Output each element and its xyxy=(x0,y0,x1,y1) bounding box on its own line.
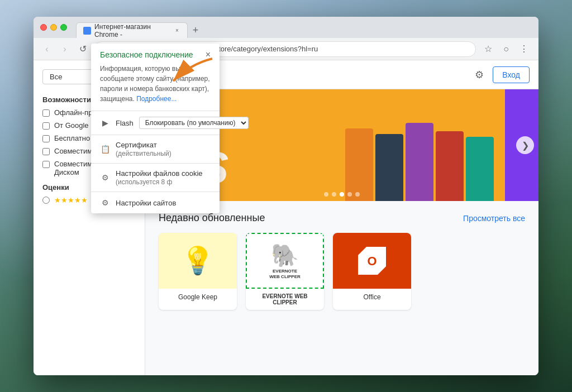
tab-title: Интернет-магазин Chrome - xyxy=(94,23,168,39)
address-actions: ☆ ○ ⋮ xyxy=(480,41,532,57)
office-logo-shape: O xyxy=(358,247,386,275)
site-settings-row[interactable]: ⚙ Настройки сайтов xyxy=(91,192,220,213)
reload-button[interactable]: ↺ xyxy=(76,42,89,56)
offline-checkbox[interactable] xyxy=(42,109,50,117)
stars-label: ★★★★★ xyxy=(54,196,88,204)
close-button[interactable] xyxy=(40,24,47,31)
tab-close-button[interactable]: × xyxy=(174,27,180,35)
site-settings-label: Настройки сайтов xyxy=(116,199,211,207)
cert-row[interactable]: 📋 Сертификат (действительный) xyxy=(91,135,220,163)
flash-label: Flash xyxy=(116,119,134,127)
person-1 xyxy=(345,128,373,201)
evernote-elephant-icon: 🐘 xyxy=(271,242,299,269)
account-button[interactable]: ○ xyxy=(498,41,514,57)
minimize-button[interactable] xyxy=(50,24,57,31)
hero-dot-2[interactable] xyxy=(332,192,336,197)
new-tab-button[interactable]: + xyxy=(188,22,203,38)
section-header: Недавно обновленные Просмотреть все xyxy=(159,212,525,224)
menu-button[interactable]: ⋮ xyxy=(516,41,532,57)
hero-dot-5[interactable] xyxy=(355,192,360,197)
tab-favicon xyxy=(83,27,91,35)
flash-select[interactable]: Блокировать (по умолчанию) Разрешить Бло… xyxy=(139,117,249,129)
title-bar: Интернет-магазин Chrome - × + xyxy=(34,17,538,38)
rating-radio[interactable] xyxy=(42,197,50,204)
popup-close-button[interactable]: × xyxy=(206,50,211,59)
flash-row: ▶ Flash Блокировать (по умолчанию) Разре… xyxy=(91,111,220,135)
security-popup: Безопасное подключение × Информация, кот… xyxy=(91,44,220,213)
evernote-icon: 🐘 EVERNOTEWEB CLIPPER xyxy=(246,233,324,289)
office-logo-svg: O xyxy=(361,250,383,272)
google-keep-name: Google Keep xyxy=(159,289,237,305)
cert-icon: 📋 xyxy=(100,144,110,154)
back-button[interactable]: ‹ xyxy=(40,42,54,56)
login-button[interactable]: Вход xyxy=(493,66,530,83)
cookie-label: Настройки файлов cookie (используется 8 … xyxy=(116,169,211,186)
cert-detail: (действительный) xyxy=(116,150,171,157)
office-inner: O xyxy=(358,247,386,275)
google-keep-card[interactable]: 💡 Google Keep xyxy=(159,233,237,310)
hero-people xyxy=(345,123,494,201)
cookie-row[interactable]: ⚙ Настройки файлов cookie (используется … xyxy=(91,164,220,192)
office-name: Office xyxy=(333,289,411,305)
person-4 xyxy=(436,131,464,201)
view-all-link[interactable]: Просмотреть все xyxy=(463,214,525,223)
person-5 xyxy=(466,137,494,201)
cookie-icon: ⚙ xyxy=(100,173,110,183)
evernote-label: EVERNOTEWEB CLIPPER xyxy=(269,269,301,279)
office-icon: O xyxy=(333,233,411,289)
bookmark-button[interactable]: ☆ xyxy=(480,41,496,57)
cookie-detail: (используется 8 ф xyxy=(116,178,172,186)
svg-text:O: O xyxy=(367,254,376,268)
android-checkbox[interactable] xyxy=(42,148,50,155)
hero-dots xyxy=(324,192,360,197)
hero-dot-3[interactable] xyxy=(340,192,344,197)
recently-updated-section: Недавно обновленные Просмотреть все 💡 Go… xyxy=(145,201,538,321)
person-2 xyxy=(375,134,403,201)
drive-checkbox[interactable] xyxy=(42,161,50,168)
traffic-lights xyxy=(40,24,67,31)
forward-button[interactable]: › xyxy=(58,42,72,56)
extension-cards: 💡 Google Keep 🐘 EVERNOTEWEB CLIPPER EVE xyxy=(159,233,525,310)
flash-icon: ▶ xyxy=(100,118,110,128)
site-settings-icon: ⚙ xyxy=(100,198,110,208)
popup-title: Безопасное подключение xyxy=(100,50,193,59)
office-icon-wrap: O xyxy=(358,247,386,275)
active-tab[interactable]: Интернет-магазин Chrome - × xyxy=(76,22,188,38)
section-title: Недавно обновленные xyxy=(159,212,265,224)
popup-header: Безопасное подключение × xyxy=(91,44,220,64)
evernote-card[interactable]: 🐘 EVERNOTEWEB CLIPPER EVERNOTE WEB CLIPP… xyxy=(246,233,324,310)
keep-bulb-icon: 💡 xyxy=(181,245,214,276)
popup-description: Информация, которую вы сообщаете этому с… xyxy=(91,64,220,111)
learn-more-link[interactable]: Подробнее... xyxy=(136,95,177,103)
tab-bar: Интернет-магазин Chrome - × + xyxy=(76,17,203,38)
person-3 xyxy=(406,123,433,201)
store-login: ⚙ Вход xyxy=(470,66,530,84)
hero-dot-4[interactable] xyxy=(347,192,352,197)
evernote-name: EVERNOTE WEB CLIPPER xyxy=(246,289,324,310)
cert-label: Сертификат (действительный) xyxy=(116,141,211,157)
google-checkbox[interactable] xyxy=(42,122,50,130)
google-keep-icon: 💡 xyxy=(159,233,237,289)
settings-button[interactable]: ⚙ xyxy=(470,66,488,84)
maximize-button[interactable] xyxy=(60,24,67,31)
free-checkbox[interactable] xyxy=(42,135,50,142)
hero-next-button[interactable]: ❯ xyxy=(516,136,534,154)
office-card[interactable]: O Office xyxy=(333,233,411,310)
hero-dot-1[interactable] xyxy=(324,192,328,197)
